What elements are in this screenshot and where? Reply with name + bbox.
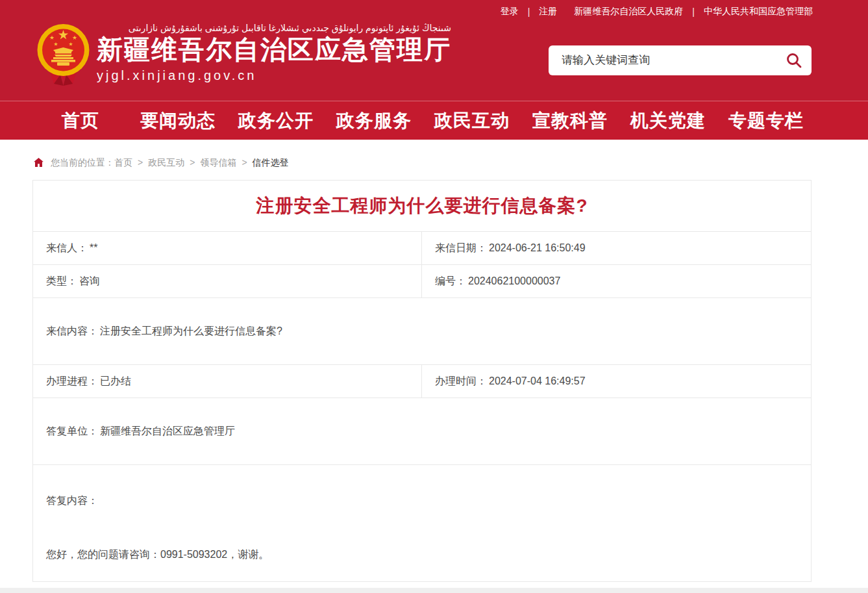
site-title: 新疆维吾尔自治区应急管理厅 — [97, 35, 451, 64]
letter-row-reply-unit: 答复单位： 新疆维吾尔自治区应急管理厅 — [33, 397, 811, 464]
nav-item-news[interactable]: 要闻动态 — [140, 108, 216, 133]
letter-detail-table: 注册安全工程师为什么要进行信息备案? 来信人： ** 来信日期： 2024-06… — [32, 180, 812, 582]
letter-row-type-number: 类型： 咨询 编号： 2024062100000037 — [33, 264, 811, 297]
breadcrumb-link-home[interactable]: 首页 — [114, 156, 132, 169]
field-label: 答复单位： — [46, 425, 98, 438]
letter-field-number: 编号： 2024062100000037 — [422, 265, 811, 297]
nav-item-party[interactable]: 机关党建 — [630, 108, 706, 133]
letter-field-type: 类型： 咨询 — [33, 265, 422, 297]
search-box[interactable] — [549, 45, 812, 75]
letter-field-sender: 来信人： ** — [33, 232, 422, 264]
search-input[interactable] — [560, 53, 786, 68]
field-label: 答复内容： — [46, 494, 98, 508]
breadcrumb: 您当前的位置： 首页 > 政民互动 > 领导信箱 > 信件选登 — [34, 156, 868, 169]
nav-item-education[interactable]: 宣教科普 — [532, 108, 608, 133]
field-value: 2024-07-04 16:49:57 — [489, 375, 586, 387]
letter-row-progress-time: 办理进程： 已办结 办理时间： 2024-07-04 16:49:57 — [33, 364, 811, 397]
field-value: 2024062100000037 — [468, 275, 560, 287]
topbar-separator: | — [692, 6, 695, 17]
nav-item-interact[interactable]: 政民互动 — [434, 108, 510, 133]
letter-field-progress: 办理进程： 已办结 — [33, 365, 422, 397]
nav-item-home[interactable]: 首页 — [62, 108, 99, 133]
field-label: 办理时间： — [435, 375, 487, 388]
breadcrumb-link-interact[interactable]: 政民互动 — [148, 156, 184, 169]
letter-field-handle-time: 办理时间： 2024-07-04 16:49:57 — [422, 365, 811, 397]
letter-row-content: 来信内容： 注册安全工程师为什么要进行信息备案? — [33, 297, 811, 364]
letter-title: 注册安全工程师为什么要进行信息备案? — [33, 181, 811, 231]
nav-item-special[interactable]: 专题专栏 — [728, 108, 804, 133]
field-value: 咨询 — [79, 275, 100, 288]
main-nav: 首页 要闻动态 政务公开 政务服务 政民互动 宣教科普 机关党建 专题专栏 — [0, 101, 868, 140]
main-content: 您当前的位置： 首页 > 政民互动 > 领导信箱 > 信件选登 注册安全工程师为… — [0, 140, 868, 588]
field-value: 您好，您的问题请咨询：0991-5093202，谢谢。 — [46, 548, 269, 562]
ministry-link[interactable]: 中华人民共和国应急管理部 — [704, 6, 813, 18]
field-value: 新疆维吾尔自治区应急管理厅 — [100, 425, 235, 438]
home-icon — [34, 158, 43, 167]
topbar: 登录 | 注册 新疆维吾尔自治区人民政府 | 中华人民共和国应急管理部 — [0, 0, 868, 23]
uyghur-site-title: شىنجاڭ ئۇيغۇر ئاپتونوم رايونلۇق جىددىي ئ… — [97, 21, 451, 34]
letter-row-sender-date: 来信人： ** 来信日期： 2024-06-21 16:50:49 — [33, 231, 811, 264]
nav-item-gov-serve[interactable]: 政务服务 — [336, 108, 412, 133]
breadcrumb-separator: > — [190, 156, 195, 169]
breadcrumb-prefix: 您当前的位置： — [51, 156, 114, 169]
topbar-separator: | — [528, 6, 530, 17]
site-url: yjgl.xinjiang.gov.cn — [97, 68, 451, 83]
field-label: 编号： — [435, 275, 466, 288]
field-label: 来信内容： — [46, 325, 98, 338]
brand-text: شىنجاڭ ئۇيغۇر ئاپتونوم رايونلۇق جىددىي ئ… — [97, 21, 451, 83]
letter-title-text: 注册安全工程师为什么要进行信息备案? — [256, 194, 588, 218]
field-value: 注册安全工程师为什么要进行信息备案? — [100, 325, 282, 338]
letter-field-date: 来信日期： 2024-06-21 16:50:49 — [422, 232, 811, 264]
breadcrumb-separator: > — [242, 156, 247, 169]
field-label: 类型： — [46, 275, 77, 288]
field-value: 已办结 — [100, 375, 131, 388]
field-value: 2024-06-21 16:50:49 — [489, 242, 586, 254]
breadcrumb-link-mailbox[interactable]: 领导信箱 — [200, 156, 236, 169]
field-label: 办理进程： — [46, 375, 98, 388]
field-label: 来信人： — [46, 242, 88, 255]
field-label: 来信日期： — [435, 242, 487, 255]
field-value: ** — [90, 242, 97, 254]
register-link[interactable]: 注册 — [539, 6, 557, 18]
site-header: 登录 | 注册 新疆维吾尔自治区人民政府 | 中华人民共和国应急管理部 — [0, 0, 868, 101]
breadcrumb-separator: > — [138, 156, 143, 169]
letter-row-reply-content: 答复内容： 您好，您的问题请咨询：0991-5093202，谢谢。 — [33, 464, 811, 581]
national-emblem-icon — [36, 21, 91, 86]
login-link[interactable]: 登录 — [501, 6, 519, 18]
nav-item-gov-open[interactable]: 政务公开 — [238, 108, 314, 133]
search-icon[interactable] — [786, 52, 802, 69]
gov-portal-link[interactable]: 新疆维吾尔自治区人民政府 — [574, 6, 683, 18]
breadcrumb-current: 信件选登 — [253, 156, 289, 169]
